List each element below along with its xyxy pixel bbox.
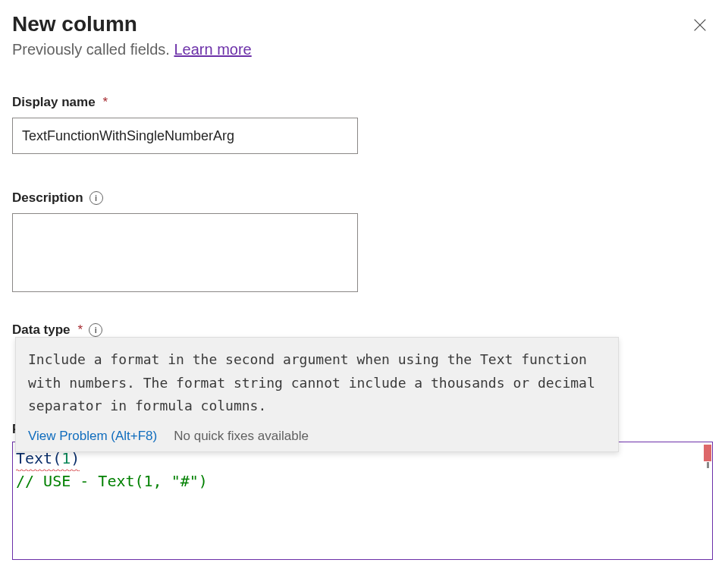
description-input[interactable]: [12, 213, 358, 292]
subtitle-prefix: Previously called fields.: [12, 41, 174, 58]
description-label: Description i: [12, 190, 713, 206]
required-indicator: *: [103, 95, 108, 110]
tooltip-message: Include a format in the second argument …: [28, 348, 606, 418]
data-type-label-text: Data type: [12, 322, 71, 338]
display-name-label-text: Display name: [12, 95, 96, 110]
no-quick-fix-text: No quick fixes available: [174, 429, 309, 444]
error-tooltip: Include a format in the second argument …: [15, 337, 619, 452]
learn-more-link[interactable]: Learn more: [174, 41, 251, 58]
close-icon: [692, 17, 708, 33]
scroll-thumb[interactable]: [707, 462, 709, 468]
panel-subtitle: Previously called fields. Learn more: [12, 41, 252, 58]
data-type-label: Data type * i: [12, 322, 713, 338]
info-icon[interactable]: i: [89, 323, 102, 337]
description-label-text: Description: [12, 190, 83, 206]
view-problem-link[interactable]: View Problem (Alt+F8): [28, 429, 157, 444]
close-button[interactable]: [687, 12, 713, 40]
error-marker-icon: [704, 445, 711, 461]
editor-scrollbar[interactable]: [700, 442, 712, 559]
info-icon[interactable]: i: [89, 191, 103, 205]
formula-line-2: // USE - Text(1, "#"): [16, 470, 709, 492]
display-name-label: Display name *: [12, 95, 713, 110]
display-name-input[interactable]: [12, 118, 358, 154]
panel-title: New column: [12, 12, 252, 36]
formula-editor[interactable]: Text(1) // USE - Text(1, "#"): [12, 442, 713, 560]
required-indicator: *: [78, 322, 83, 338]
